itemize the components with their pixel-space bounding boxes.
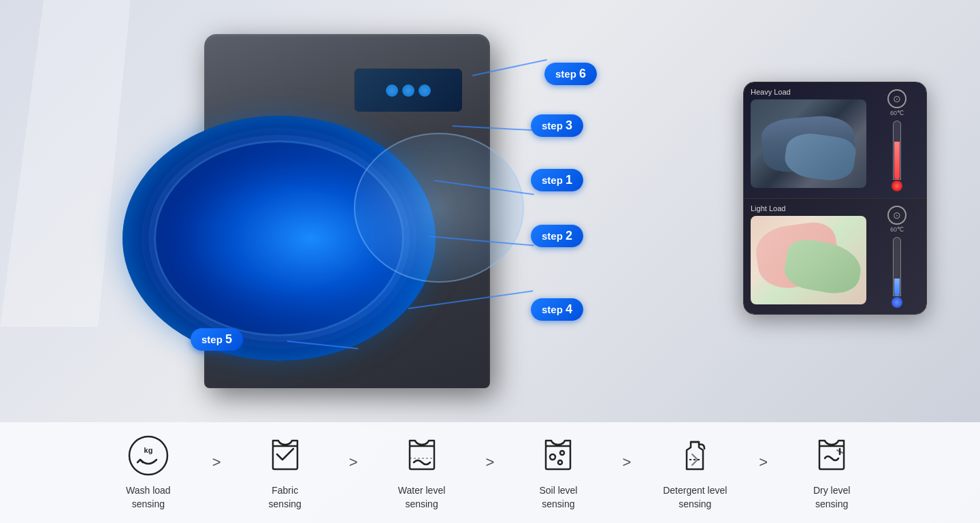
step-3-label: step 3 — [531, 114, 583, 137]
step-4-label: step 4 — [531, 298, 583, 321]
step-2-label: step 2 — [531, 225, 583, 247]
washer-body — [204, 34, 490, 388]
fabric-label: Fabricsensing — [269, 484, 301, 511]
heavy-temp-value: 60℃ — [890, 110, 904, 116]
step-1-label: step 1 — [531, 169, 583, 191]
chevron-1: > — [212, 454, 221, 471]
washer-area: step 6 step 3 step 1 step 2 step 4 step … — [82, 14, 653, 436]
svg-point-7 — [558, 460, 562, 464]
chevron-4: > — [622, 454, 631, 471]
bottom-icons-row: kg Wash loadsensing > Fabricsensing > — [0, 422, 980, 523]
heavy-load-label: Heavy Load — [751, 88, 791, 96]
heavy-load-section: Heavy Load ⊙ 60℃ — [744, 82, 926, 198]
panel-dot — [402, 84, 414, 97]
light-temp-icon: ⊙ — [887, 206, 906, 225]
heavy-thermo-tube — [893, 121, 901, 180]
sensing-item-water-level: Water levelsensing — [361, 434, 483, 511]
dry-level-icon — [810, 434, 853, 477]
water-level-label: Water levelsensing — [398, 484, 446, 511]
light-temp-value: 60℃ — [890, 226, 904, 233]
wash-load-icon: kg — [127, 434, 170, 477]
step-6-label: step 6 — [544, 63, 597, 85]
panel-dot — [419, 84, 431, 97]
light-thermo-tube — [893, 237, 901, 296]
light-temp-indicator: ⊙ 60℃ — [887, 206, 906, 233]
heavy-thermo-fill — [894, 142, 900, 180]
sensing-item-detergent-level: Detergent levelsensing — [634, 434, 756, 511]
light-load-label: Light Load — [751, 204, 785, 212]
svg-text:kg: kg — [144, 446, 152, 454]
washer-panel — [354, 68, 463, 112]
light-thermo-bulb — [892, 297, 902, 308]
soil-level-icon — [536, 434, 580, 477]
panel-dot — [386, 84, 398, 97]
chevron-5: > — [759, 454, 768, 471]
svg-rect-3 — [410, 446, 434, 469]
light-load-image — [751, 216, 866, 304]
step-5-label: step 5 — [191, 328, 243, 351]
light-load-section: Light Load ⊙ 60℃ — [744, 198, 926, 314]
sensing-item-fabric: Fabricsensing — [224, 434, 346, 511]
soil-level-label: Soil levelsensing — [539, 484, 577, 511]
heavy-temp-icon: ⊙ — [887, 89, 906, 108]
load-panel: Heavy Load ⊙ 60℃ Light Load ⊙ 60℃ — [743, 82, 927, 315]
panel-dots — [386, 84, 431, 97]
drum-basket — [354, 133, 524, 283]
svg-point-6 — [560, 451, 564, 455]
sensing-item-wash-load: kg Wash loadsensing — [87, 434, 210, 511]
chevron-3: > — [486, 454, 495, 471]
water-level-icon — [400, 434, 444, 477]
svg-point-0 — [129, 437, 167, 475]
detergent-level-label: Detergent levelsensing — [663, 484, 727, 511]
heavy-thermo-bulb — [892, 180, 902, 191]
heavy-load-image — [751, 99, 866, 188]
wash-load-label: Wash loadsensing — [126, 484, 171, 511]
dry-level-label: Dry levelsensing — [813, 484, 850, 511]
sensing-item-dry-level: Dry levelsensing — [770, 434, 893, 511]
panel-screen — [355, 69, 462, 112]
heavy-thermometer: ⊙ 60℃ — [880, 89, 914, 191]
main-container: step 6 step 3 step 1 step 2 step 4 step … — [0, 0, 980, 523]
light-thermo-fill — [894, 279, 900, 296]
svg-point-5 — [550, 454, 555, 460]
detergent-level-icon — [673, 434, 717, 477]
light-thermometer: ⊙ 60℃ — [880, 206, 914, 308]
heavy-temp-indicator: ⊙ 60℃ — [887, 89, 906, 116]
sensing-item-soil-level: Soil levelsensing — [497, 434, 619, 511]
chevron-2: > — [349, 454, 358, 471]
fabric-icon — [263, 434, 307, 477]
